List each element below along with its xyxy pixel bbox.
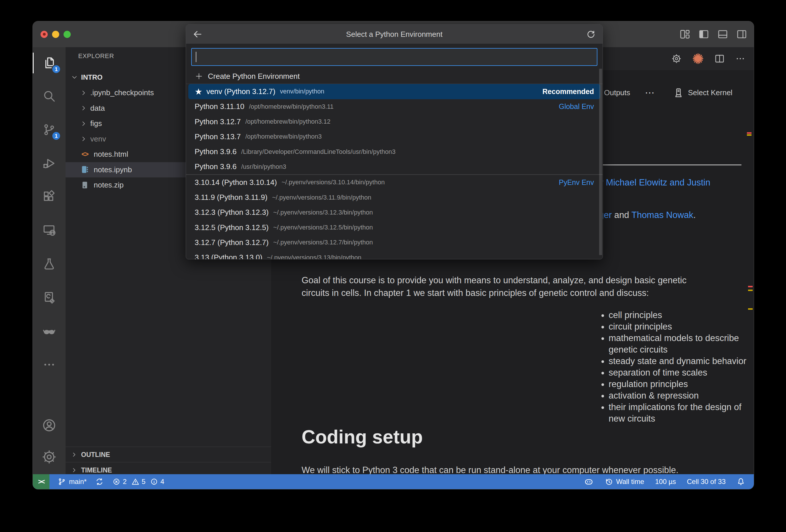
customize-layout-icon[interactable] xyxy=(679,28,691,40)
select-kernel-button[interactable]: Select Kernel xyxy=(688,88,733,97)
toggle-panel-icon[interactable] xyxy=(717,28,729,40)
back-arrow-icon[interactable] xyxy=(192,29,203,39)
cell-indicator[interactable]: Cell 30 of 33 xyxy=(687,478,725,486)
env-item[interactable]: 3.12.7 (Python 3.12.7) ~/.pyenv/versions… xyxy=(186,235,603,250)
toggle-secondary-sidebar-icon[interactable] xyxy=(736,28,747,40)
quickpick-input-wrap xyxy=(186,44,603,69)
topics-bullet-list: cell principles circuit principles mathe… xyxy=(595,309,754,424)
env-item[interactable]: Python 3.12.7 /opt/homebrew/bin/python3.… xyxy=(186,114,603,129)
kernel-icon[interactable] xyxy=(673,87,684,98)
environment-list: Create Python Environment ★ venv (Python… xyxy=(186,69,603,259)
overview-ruler-mark xyxy=(747,134,752,136)
settings-gear-icon[interactable] xyxy=(33,443,66,471)
git-branch-item[interactable]: main* xyxy=(57,477,87,486)
sidebar-item-remote-explorer[interactable] xyxy=(33,216,66,245)
outputs-button[interactable]: Outputs xyxy=(604,88,630,97)
sidebar-item-testing[interactable] xyxy=(33,250,66,278)
list-item: steady state and dynamic behavior xyxy=(609,355,754,367)
copilot-icon[interactable] xyxy=(584,477,594,487)
sidebar-item-data-glasses[interactable] xyxy=(33,317,66,345)
environment-search-input[interactable] xyxy=(191,48,597,66)
list-item: mathematical models to describe genetic … xyxy=(609,332,754,355)
maximize-button[interactable] xyxy=(64,31,71,38)
list-item: cell principles xyxy=(609,309,754,321)
list-item: activation & repression xyxy=(609,390,754,401)
account-icon[interactable] xyxy=(33,411,66,440)
plus-icon xyxy=(194,72,203,80)
more-views-icon[interactable] xyxy=(33,350,66,379)
env-item[interactable]: 3.13 (Python 3.13.0) ~/.pyenv/versions/3… xyxy=(186,250,603,259)
env-group-tag: Global Env xyxy=(559,102,594,111)
problems-indicator[interactable]: 2 5 4 xyxy=(112,478,164,486)
python-environment-quickpick: Select a Python Environment Create Pytho… xyxy=(186,24,603,259)
traffic-lights xyxy=(41,21,71,47)
notebook-file-icon xyxy=(80,165,89,174)
quickpick-header: Select a Python Environment xyxy=(186,25,603,44)
env-item[interactable]: Python 3.13.7 /opt/homebrew/bin/python3 xyxy=(186,129,603,144)
author-link[interactable]: Thomas Nowak xyxy=(631,210,693,220)
info-count: 4 xyxy=(160,478,164,486)
outline-section-header[interactable]: OUTLINE xyxy=(66,446,271,462)
remote-indicator[interactable]: >< xyxy=(33,474,49,489)
list-item: regulation principles xyxy=(609,378,754,390)
env-item[interactable]: 3.12.3 (Python 3.12.3) ~/.pyenv/versions… xyxy=(186,205,603,220)
sidebar-item-search[interactable] xyxy=(33,82,66,111)
overview-ruler-mark xyxy=(748,308,753,310)
refresh-icon[interactable] xyxy=(586,29,596,39)
sync-changes-button[interactable] xyxy=(95,477,104,486)
explorer-badge: 1 xyxy=(51,64,61,74)
env-item[interactable]: Python 3.11.10 /opt/homebrew/bin/python3… xyxy=(186,99,603,114)
activity-bar: 1 1 xyxy=(33,47,66,474)
split-editor-icon[interactable] xyxy=(714,53,725,64)
markdown-fragment-authors: y Michael Elowitz and Justin xyxy=(599,176,710,189)
more-actions-icon[interactable] xyxy=(735,53,746,64)
create-environment-item[interactable]: Create Python Environment xyxy=(186,69,603,84)
extension-starburst-icon[interactable] xyxy=(692,52,704,65)
list-item: circuit principles xyxy=(609,321,754,332)
markdown-fragment-authors2: ger and Thomas Nowak. xyxy=(599,209,696,222)
unsaved-dot-icon xyxy=(43,33,46,36)
chevron-right-icon xyxy=(80,105,87,112)
author-link[interactable]: Michael Elowitz and Justin xyxy=(606,178,710,187)
list-item: separation of time scales xyxy=(609,367,754,378)
sidebar-item-run-debug[interactable] xyxy=(33,149,66,178)
env-item[interactable]: 3.11.9 (Python 3.11.9) ~/.pyenv/versions… xyxy=(186,190,603,205)
chevron-right-icon xyxy=(71,451,78,458)
env-group-tag: PyEnv Env xyxy=(559,178,594,187)
wall-time-item[interactable]: Wall time xyxy=(605,477,644,486)
wall-time-value[interactable]: 100 µs xyxy=(655,478,676,486)
quickpick-title: Select a Python Environment xyxy=(203,30,586,39)
warning-count: 5 xyxy=(142,478,145,486)
status-bar: >< main* 2 5 4 Wall time 100 µs Ce xyxy=(33,474,754,489)
env-item[interactable]: 3.12.5 (Python 3.12.5) ~/.pyenv/versions… xyxy=(186,220,603,235)
star-icon: ★ xyxy=(194,87,202,97)
notifications-bell-icon[interactable] xyxy=(737,477,745,486)
list-item: their implications for the design of new… xyxy=(609,401,754,424)
scrollbar-thumb[interactable] xyxy=(599,69,602,255)
explorer-header: EXPLORER xyxy=(78,52,114,60)
error-count: 2 xyxy=(123,478,126,486)
sidebar-item-explorer[interactable]: 1 xyxy=(33,49,66,77)
html-file-icon: <> xyxy=(80,151,89,158)
text-caret xyxy=(196,52,196,62)
chevron-right-icon xyxy=(80,89,87,97)
close-button[interactable] xyxy=(41,31,48,38)
course-goal-paragraph: Goal of this course is to provide you wi… xyxy=(302,274,754,299)
chevron-right-icon xyxy=(80,135,87,143)
sidebar-item-source-control[interactable]: 1 xyxy=(33,115,66,144)
notebook-settings-gear-icon[interactable] xyxy=(671,53,682,64)
env-item[interactable]: Python 3.9.6 /Library/Developer/CommandL… xyxy=(186,144,603,159)
toggle-primary-sidebar-icon[interactable] xyxy=(698,28,710,40)
recommended-badge: Recommended xyxy=(542,87,594,96)
minimize-button[interactable] xyxy=(52,31,59,38)
overview-ruler-mark xyxy=(747,132,752,134)
coding-setup-heading: Coding setup xyxy=(302,426,423,448)
env-item-recommended[interactable]: ★ venv (Python 3.12.7) venv/bin/python R… xyxy=(188,84,600,99)
sidebar-item-extensions[interactable] xyxy=(33,183,66,211)
env-item[interactable]: Python 3.9.6 /usr/bin/python3 xyxy=(186,159,603,174)
env-item[interactable]: 3.10.14 (Python 3.10.14) ~/.pyenv/versio… xyxy=(186,175,603,190)
toolbar-more-icon[interactable]: ⋯ xyxy=(645,87,655,98)
zip-file-icon xyxy=(80,181,89,189)
sidebar-item-notebook-tools[interactable] xyxy=(33,283,66,312)
closing-paragraph: We will stick to Python 3 code that can … xyxy=(302,464,754,474)
